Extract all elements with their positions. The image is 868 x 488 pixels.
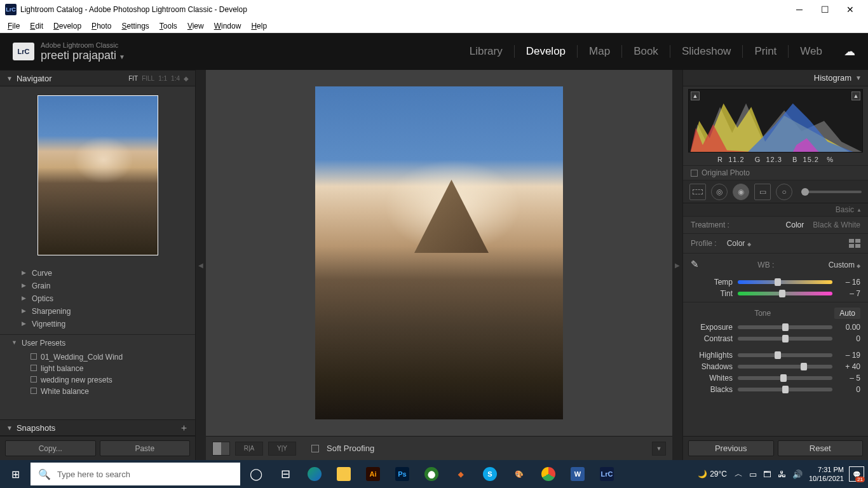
edge-icon[interactable]	[300, 460, 329, 488]
lightroom-taskbar-icon[interactable]: LrC	[592, 460, 621, 488]
spot-removal-tool[interactable]: ◎	[711, 184, 728, 200]
user-name[interactable]: preeti prajapati▼	[41, 49, 125, 62]
previous-button[interactable]: Previous	[688, 440, 774, 456]
exposure-slider[interactable]	[738, 325, 832, 329]
tray-meet-icon[interactable]: ▭	[749, 470, 757, 479]
slider-handle[interactable]	[780, 374, 787, 382]
zoom-1-4[interactable]: 1:4	[171, 75, 180, 82]
menu-view[interactable]: View	[182, 20, 209, 32]
tint-slider[interactable]	[738, 292, 832, 295]
weather-widget[interactable]: 🌙29°C	[698, 470, 727, 478]
original-photo-row[interactable]: Original Photo	[683, 165, 868, 180]
histogram-header[interactable]: Histogram ▼	[683, 70, 868, 86]
cortana-icon[interactable]: ◯	[241, 460, 271, 488]
graduated-filter-tool[interactable]: ▭	[754, 184, 771, 200]
module-map[interactable]: Map	[578, 45, 622, 58]
before-after-vertical[interactable]: Y|Y	[268, 442, 296, 456]
module-develop[interactable]: Develop	[515, 45, 578, 58]
canvas[interactable]	[206, 70, 672, 436]
illustrator-icon[interactable]: Ai	[358, 460, 388, 488]
snapshot-add-icon[interactable]: ＋	[179, 422, 189, 434]
temp-slider[interactable]	[738, 280, 832, 284]
taskbar-search[interactable]: 🔍 Type here to search	[31, 463, 240, 485]
left-collapse-handle[interactable]: ◀	[196, 70, 206, 460]
user-preset-item[interactable]: White balance	[0, 386, 195, 397]
menu-file[interactable]: File	[3, 20, 25, 32]
treatment-color[interactable]: Color	[786, 220, 804, 229]
skype-icon[interactable]: S	[475, 460, 505, 488]
mask-amount-slider[interactable]	[801, 191, 862, 193]
redeye-tool[interactable]: ◉	[733, 184, 749, 200]
photoshop-icon[interactable]: Ps	[388, 460, 417, 488]
temp-value[interactable]: – 16	[837, 278, 860, 287]
start-button[interactable]: ⊞	[0, 460, 31, 488]
user-preset-item[interactable]: 01_Wedding_Cold Wind	[0, 351, 195, 363]
module-library[interactable]: Library	[458, 45, 515, 58]
snapshots-header[interactable]: ▼ Snapshots ＋	[0, 419, 195, 436]
blacks-value[interactable]: 0	[837, 385, 860, 394]
contrast-slider[interactable]	[738, 337, 832, 341]
histogram-display[interactable]: ▲ ▲	[688, 89, 863, 152]
crop-tool[interactable]	[689, 184, 706, 200]
module-web[interactable]: Web	[789, 45, 834, 58]
explorer-icon[interactable]	[329, 460, 358, 488]
profile-browser-icon[interactable]	[849, 239, 860, 248]
slider-handle[interactable]	[779, 290, 785, 297]
highlights-value[interactable]: – 19	[837, 351, 860, 360]
preset-vignetting[interactable]: ▶Vignetting	[0, 318, 195, 330]
shadows-value[interactable]: + 40	[837, 362, 860, 371]
cloud-sync-icon[interactable]: ☁	[844, 44, 855, 58]
menu-help[interactable]: Help	[246, 20, 272, 32]
preset-sharpening[interactable]: ▶Sharpening	[0, 305, 195, 318]
blacks-slider[interactable]	[738, 388, 832, 391]
module-print[interactable]: Print	[743, 45, 789, 58]
shadows-slider[interactable]	[738, 365, 832, 369]
close-button[interactable]: ✕	[837, 0, 863, 19]
soft-proofing-checkbox[interactable]	[311, 445, 319, 452]
original-photo-checkbox[interactable]	[691, 170, 698, 177]
preset-optics[interactable]: ▶Optics	[0, 292, 195, 305]
zoom-1-1[interactable]: 1:1	[158, 75, 167, 82]
slider-handle[interactable]	[782, 335, 789, 342]
wb-eyedropper-icon[interactable]: ✎	[691, 259, 703, 271]
user-preset-item[interactable]: light balance	[0, 363, 195, 374]
whites-slider[interactable]	[738, 376, 832, 380]
menu-window[interactable]: Window	[209, 20, 247, 32]
tray-battery-icon[interactable]: 🗔	[763, 470, 771, 479]
menu-photo[interactable]: Photo	[86, 20, 116, 32]
slider-handle[interactable]	[782, 386, 789, 393]
tray-wifi-icon[interactable]: 🖧	[778, 470, 786, 479]
menu-edit[interactable]: Edit	[25, 20, 48, 32]
word-icon[interactable]: W	[563, 460, 592, 488]
maximize-button[interactable]: ☐	[812, 0, 837, 19]
auto-button[interactable]: Auto	[834, 308, 860, 319]
tint-value[interactable]: – 7	[837, 289, 860, 298]
user-presets-header[interactable]: ▼User Presets	[0, 334, 195, 351]
slider-handle[interactable]	[775, 278, 781, 286]
paste-button[interactable]: Paste	[100, 440, 191, 456]
navigator-header[interactable]: ▼ Navigator FIT FILL 1:1 1:4 ◆	[0, 70, 195, 86]
radial-filter-tool[interactable]: ○	[776, 184, 792, 200]
treatment-bw[interactable]: Black & White	[813, 220, 860, 229]
taskbar-clock[interactable]: 7:31 PM 10/16/2021	[809, 465, 844, 483]
preset-curve[interactable]: ▶Curve	[0, 267, 195, 280]
preset-grain[interactable]: ▶Grain	[0, 280, 195, 292]
zoom-fill[interactable]: FILL	[142, 75, 154, 82]
whites-value[interactable]: – 5	[837, 374, 860, 383]
menu-tools[interactable]: Tools	[154, 20, 182, 32]
minimize-button[interactable]: ─	[787, 0, 812, 19]
paint-icon[interactable]: 🎨	[505, 460, 534, 488]
copy-button[interactable]: Copy...	[5, 440, 96, 456]
navigator-preview[interactable]	[0, 86, 195, 264]
zoom-caret-icon[interactable]: ◆	[184, 75, 189, 82]
loupe-view-toggle[interactable]	[212, 442, 230, 456]
tray-volume-icon[interactable]: 🔊	[792, 470, 803, 479]
tray-chevron-icon[interactable]: ︿	[735, 468, 743, 480]
slider-handle[interactable]	[782, 323, 789, 331]
exposure-value[interactable]: 0.00	[837, 323, 860, 332]
wb-dropdown[interactable]: Custom◆	[829, 261, 860, 269]
app-icon[interactable]: ◆	[446, 460, 475, 488]
zoom-fit[interactable]: FIT	[128, 75, 138, 82]
highlights-slider[interactable]	[738, 353, 832, 357]
task-view-icon[interactable]: ⊟	[271, 460, 300, 488]
